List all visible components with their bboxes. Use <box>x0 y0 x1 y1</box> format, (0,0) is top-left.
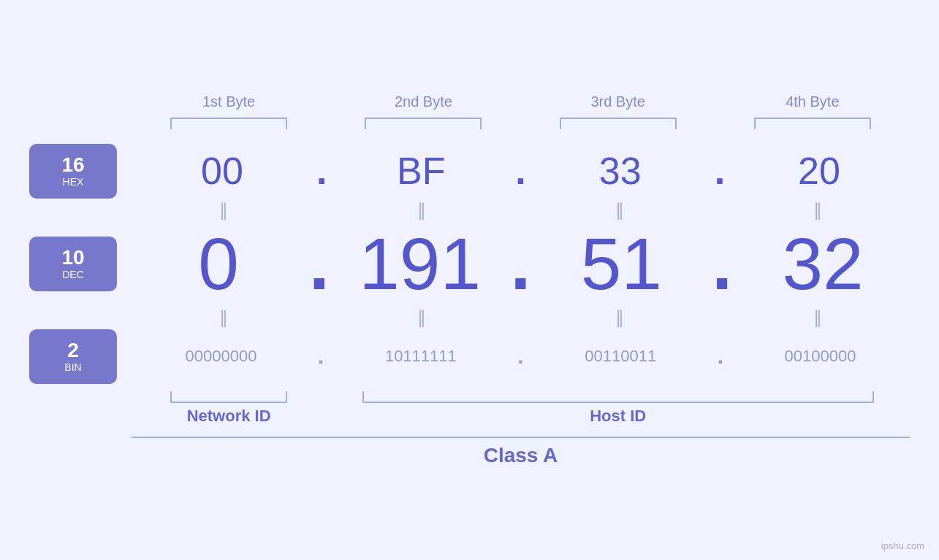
dec-dot-2: . <box>507 222 535 306</box>
dec-val-4: 32 <box>736 227 910 300</box>
bin-val-4: 00100000 <box>731 347 910 366</box>
main-container: 1st Byte 2nd Byte 3rd Byte 4th Byte 16 H… <box>0 0 939 560</box>
bin-dot-2: . <box>510 344 531 369</box>
hex-dot-2: . <box>512 149 529 193</box>
eq1-3: ∥ <box>528 200 712 220</box>
eq2-spacer3 <box>712 307 726 328</box>
eq1-2: ∥ <box>330 200 513 220</box>
dec-val-3: 51 <box>534 227 708 300</box>
class-label: Class A <box>484 444 558 467</box>
bracket-top-2 <box>365 118 482 129</box>
dec-base-number: 10 <box>61 247 84 269</box>
bracket-seg-2 <box>326 118 520 129</box>
bin-val-2: 10111111 <box>331 347 510 366</box>
hex-values: 00 . BF . 33 . 20 <box>132 149 910 193</box>
class-text-container: Class A <box>132 444 910 467</box>
bracket-bottom-host <box>362 391 874 403</box>
class-section: Class A <box>29 437 910 467</box>
eq1-spacer3 <box>712 200 726 220</box>
bin-base-name: BIN <box>64 361 81 373</box>
bottom-brackets <box>29 391 910 403</box>
id-labels-row: Network ID Host ID <box>29 407 910 426</box>
hex-row: 16 HEX 00 . BF . 33 . 20 <box>29 144 910 199</box>
hex-val-4: 20 <box>729 149 910 193</box>
eq2-spacer2 <box>514 307 528 328</box>
bin-dot-3: . <box>710 344 731 369</box>
bracket-top-1 <box>170 118 287 129</box>
dec-values: 0 . 191 . 51 . 32 <box>132 222 910 306</box>
class-line <box>132 437 910 438</box>
bin-val-3: 00110011 <box>531 347 710 366</box>
equals-row-2: ∥ ∥ ∥ ∥ <box>29 307 910 328</box>
hex-val-1: 00 <box>132 149 313 193</box>
hex-val-2: BF <box>330 149 512 193</box>
bracket-seg-3 <box>521 118 715 129</box>
bracket-top-3 <box>560 118 677 129</box>
dec-dot-1: . <box>305 222 333 306</box>
eq2-3: ∥ <box>528 307 712 328</box>
bracket-bottom-network <box>170 391 287 403</box>
network-id-label: Network ID <box>132 407 326 426</box>
hex-label: 16 HEX <box>29 144 117 199</box>
bin-dot-1: . <box>311 344 331 369</box>
bin-label: 2 BIN <box>29 329 117 384</box>
eq1-1: ∥ <box>132 200 315 220</box>
bin-val-1: 00000000 <box>132 347 311 366</box>
watermark: ipshu.com <box>881 540 924 551</box>
eq2-4: ∥ <box>726 307 910 328</box>
hex-dot-1: . <box>313 149 330 193</box>
dec-base-name: DEC <box>62 269 84 280</box>
network-bracket <box>132 391 326 403</box>
bin-row: 2 BIN 00000000 . 10111111 . 00110011 . 0… <box>29 329 910 384</box>
hex-val-3: 33 <box>530 149 711 193</box>
bracket-top-4 <box>754 118 871 129</box>
eq2-spacer1 <box>315 307 330 328</box>
eq2-1: ∥ <box>132 307 315 328</box>
byte3-header: 3rd Byte <box>521 93 715 110</box>
dec-dot-3: . <box>708 222 736 306</box>
eq1-4: ∥ <box>726 200 910 220</box>
equals-row-1: ∥ ∥ ∥ ∥ <box>29 200 910 220</box>
eq1-spacer1 <box>315 200 330 220</box>
bracket-seg-1 <box>132 118 326 129</box>
byte1-header: 1st Byte <box>132 93 326 110</box>
dec-val-1: 0 <box>132 227 305 300</box>
host-bracket <box>326 391 910 403</box>
host-id-label: Host ID <box>326 407 910 426</box>
byte4-header: 4th Byte <box>715 93 910 110</box>
dec-row: 10 DEC 0 . 191 . 51 . 32 <box>29 222 910 306</box>
dec-val-2: 191 <box>333 227 507 300</box>
hex-base-name: HEX <box>63 176 84 188</box>
eq2-2: ∥ <box>330 307 513 328</box>
bin-values: 00000000 . 10111111 . 00110011 . 0010000… <box>132 344 910 369</box>
eq1-spacer2 <box>514 200 528 220</box>
hex-dot-3: . <box>711 149 729 193</box>
byte2-header: 2nd Byte <box>326 93 520 110</box>
bin-base-number: 2 <box>67 340 79 362</box>
top-brackets <box>29 118 910 129</box>
bracket-seg-4 <box>715 118 910 129</box>
byte-headers: 1st Byte 2nd Byte 3rd Byte 4th Byte <box>29 93 910 110</box>
hex-base-number: 16 <box>61 154 84 177</box>
dec-label: 10 DEC <box>29 237 117 291</box>
